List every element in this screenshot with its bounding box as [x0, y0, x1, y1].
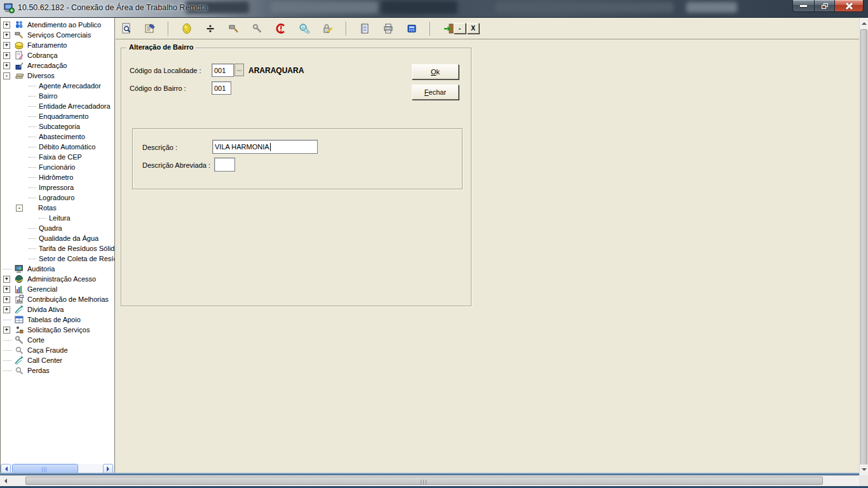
- tree-item[interactable]: Qualidade da Água: [1, 233, 114, 243]
- tree-item[interactable]: Quadra: [1, 223, 114, 233]
- tree-item[interactable]: Agente Arrecadador: [1, 81, 114, 91]
- arrow-left-icon: [2, 478, 7, 484]
- tree-item[interactable]: Entidade Arrecadadora: [1, 101, 114, 111]
- expand-icon[interactable]: +: [3, 327, 10, 334]
- tree-item[interactable]: +Atendimento ao Publico: [1, 20, 114, 30]
- tree-item[interactable]: Hidrômetro: [1, 172, 114, 182]
- tree-connector: [3, 360, 11, 361]
- expand-icon[interactable]: +: [3, 286, 10, 293]
- tree-item[interactable]: +Divida Ativa: [1, 304, 114, 315]
- tree-item-label: Atendimento ao Publico: [27, 21, 101, 29]
- tree-item[interactable]: Setor de Coleta de Resíd: [1, 254, 114, 264]
- tree-item[interactable]: Abastecimento: [1, 132, 114, 142]
- tree-item[interactable]: Logradouro: [1, 193, 114, 203]
- localidade-browse-button[interactable]: ...: [234, 64, 244, 76]
- descricao-abreviada-label: Descrição Abreviada :: [142, 161, 210, 169]
- tree-item-label: Rotas: [38, 204, 57, 212]
- arrow-up-icon: [862, 20, 867, 25]
- lock-edit-icon[interactable]: [322, 23, 334, 34]
- tree-item[interactable]: +Administração Acesso: [1, 274, 114, 284]
- window-title: 10.50.62.182 - Conexão de Área de Trabal…: [18, 3, 207, 12]
- collapse-icon[interactable]: -: [16, 205, 23, 212]
- preview-icon[interactable]: [121, 23, 132, 34]
- hammer-icon[interactable]: [228, 23, 240, 34]
- tree-item[interactable]: Subcategoria: [1, 121, 114, 132]
- localidade-input[interactable]: [212, 64, 234, 77]
- expand-icon[interactable]: +: [3, 306, 10, 313]
- tree-item[interactable]: Faixa de CEP: [1, 152, 114, 162]
- tree-item[interactable]: Caça Fraude: [1, 345, 114, 355]
- exit-icon[interactable]: [443, 23, 454, 34]
- tree-item[interactable]: Leitura: [1, 213, 114, 223]
- rdp-scroll-down-button[interactable]: [860, 464, 868, 475]
- descricao-abreviada-input[interactable]: [214, 158, 235, 172]
- tree-item[interactable]: Corte: [1, 335, 114, 345]
- minimize-button[interactable]: [792, 0, 814, 12]
- tree-connector: [29, 106, 36, 107]
- rdp-scroll-up-button[interactable]: [860, 18, 868, 29]
- print-icon[interactable]: [383, 23, 394, 34]
- tree-item[interactable]: +Gerencial: [1, 284, 114, 294]
- tree-item[interactable]: Call Center: [1, 355, 114, 365]
- tree-item[interactable]: Enquadramento: [1, 111, 114, 121]
- divide-icon[interactable]: [205, 23, 216, 34]
- rdp-vscrollbar-thumb[interactable]: [860, 29, 867, 474]
- tree-item[interactable]: Tabelas de Apoio: [1, 315, 114, 325]
- tree-item[interactable]: -Rotas: [1, 203, 114, 213]
- restore-icon: [822, 3, 828, 9]
- coin-icon[interactable]: [181, 23, 193, 34]
- tree-item[interactable]: +Serviços Comerciais: [1, 30, 114, 40]
- tree-item[interactable]: +Solicitação Serviços: [1, 325, 114, 335]
- tree-item[interactable]: Auditoria: [1, 264, 114, 274]
- tree-item[interactable]: Bairro: [1, 91, 114, 101]
- tree-item[interactable]: Perdas: [1, 365, 114, 376]
- ok-button[interactable]: Ok: [412, 64, 459, 79]
- expand-icon[interactable]: +: [3, 22, 10, 29]
- table-window-icon: [14, 315, 24, 325]
- background-tab-blob: [270, 1, 378, 13]
- tree-item-label: Auditoria: [27, 265, 55, 273]
- expand-icon[interactable]: +: [3, 296, 10, 303]
- tree-item[interactable]: +Faturamento: [1, 40, 114, 50]
- close-button[interactable]: [835, 0, 864, 12]
- properties-icon[interactable]: [144, 23, 156, 34]
- expand-icon[interactable]: +: [3, 32, 10, 39]
- mdi-minimize-button[interactable]: -: [454, 23, 466, 34]
- toolbar-separator: [346, 22, 347, 36]
- tree-item-label: Contribuição de Melhorias: [27, 295, 109, 303]
- alert-icon[interactable]: [275, 23, 287, 34]
- tree-item-label: Cobrança: [27, 51, 58, 59]
- calculator-icon[interactable]: [406, 23, 417, 34]
- minimize-icon: [800, 5, 807, 7]
- tree-item[interactable]: +Cobrança: [1, 50, 114, 60]
- tree-connector: [29, 187, 36, 188]
- tree-item-label: Arrecadação: [27, 62, 67, 69]
- expand-icon[interactable]: +: [3, 276, 10, 283]
- mdi-close-button[interactable]: X: [467, 23, 479, 34]
- tree-item[interactable]: +Arrecadação: [1, 60, 114, 71]
- tree-item[interactable]: Débito Automático: [1, 142, 114, 152]
- bairro-input[interactable]: [212, 81, 231, 95]
- tree-item[interactable]: Impressora: [1, 182, 114, 193]
- rdp-scroll-left-button[interactable]: [0, 476, 11, 486]
- descricao-input[interactable]: VILA HARMONIA: [212, 140, 318, 154]
- tree-item[interactable]: Funcionário: [1, 162, 114, 172]
- expand-icon[interactable]: +: [3, 42, 10, 49]
- gears-icon[interactable]: [299, 23, 310, 34]
- collapse-icon[interactable]: -: [3, 72, 10, 79]
- restore-button[interactable]: [814, 0, 835, 12]
- tree-item[interactable]: +Contribuição de Melhorias: [1, 294, 114, 304]
- expand-icon[interactable]: +: [3, 62, 10, 69]
- tree-item[interactable]: -Diversos: [1, 71, 114, 81]
- scrollbar-grip-icon: [421, 480, 428, 485]
- tree-item[interactable]: Tarifa de Resíduos Sólid: [1, 243, 114, 254]
- tree-item-label: Impressora: [39, 184, 74, 191]
- rdp-hscrollbar-thumb[interactable]: [25, 477, 823, 485]
- fechar-button[interactable]: Fechar: [412, 85, 459, 100]
- rdp-icon: [4, 3, 15, 13]
- expand-icon[interactable]: +: [3, 52, 10, 59]
- wrench-icon[interactable]: [252, 23, 263, 34]
- inkwell-icon: [14, 60, 24, 71]
- rdp-vertical-scrollbar: [859, 18, 868, 475]
- notes-icon[interactable]: [359, 23, 370, 34]
